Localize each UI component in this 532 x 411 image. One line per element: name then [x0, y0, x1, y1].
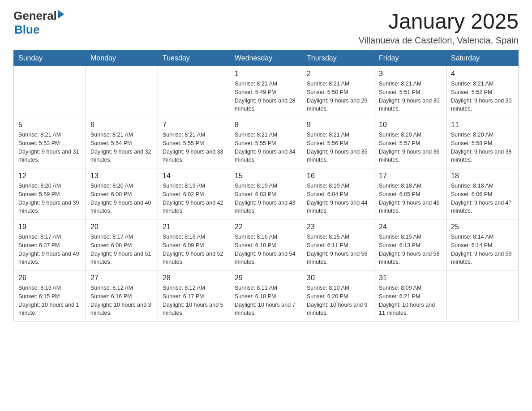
day-number: 8: [235, 121, 297, 129]
table-row: 26Sunrise: 8:13 AM Sunset: 6:15 PM Dayli…: [14, 270, 86, 321]
day-number: 17: [379, 172, 442, 180]
day-info: Sunrise: 8:16 AM Sunset: 6:10 PM Dayligh…: [235, 233, 297, 266]
day-number: 29: [235, 274, 297, 282]
day-number: 20: [90, 223, 153, 231]
day-info: Sunrise: 8:16 AM Sunset: 6:09 PM Dayligh…: [163, 233, 225, 266]
table-row: 24Sunrise: 8:15 AM Sunset: 6:13 PM Dayli…: [374, 219, 446, 270]
calendar-week-row: 19Sunrise: 8:17 AM Sunset: 6:07 PM Dayli…: [14, 219, 519, 270]
table-row: 27Sunrise: 8:12 AM Sunset: 6:16 PM Dayli…: [86, 270, 158, 321]
logo-general: General: [13, 9, 57, 23]
col-monday: Monday: [86, 51, 158, 66]
col-wednesday: Wednesday: [230, 51, 302, 66]
day-number: 23: [307, 223, 369, 231]
table-row: 20Sunrise: 8:17 AM Sunset: 6:08 PM Dayli…: [86, 219, 158, 270]
day-number: 13: [90, 172, 153, 180]
day-info: Sunrise: 8:19 AM Sunset: 6:04 PM Dayligh…: [307, 182, 369, 215]
day-info: Sunrise: 8:21 AM Sunset: 5:51 PM Dayligh…: [379, 80, 442, 113]
table-row: 1Sunrise: 8:21 AM Sunset: 5:49 PM Daylig…: [230, 66, 302, 117]
day-info: Sunrise: 8:21 AM Sunset: 5:54 PM Dayligh…: [90, 131, 153, 164]
calendar-header-row: Sunday Monday Tuesday Wednesday Thursday…: [14, 51, 519, 66]
table-row: 23Sunrise: 8:15 AM Sunset: 6:11 PM Dayli…: [302, 219, 374, 270]
table-row: 29Sunrise: 8:11 AM Sunset: 6:18 PM Dayli…: [230, 270, 302, 321]
calendar-title: January 2025: [359, 9, 519, 34]
table-row: 15Sunrise: 8:19 AM Sunset: 6:03 PM Dayli…: [230, 168, 302, 219]
table-row: 3Sunrise: 8:21 AM Sunset: 5:51 PM Daylig…: [374, 66, 446, 117]
calendar-week-row: 12Sunrise: 8:20 AM Sunset: 5:59 PM Dayli…: [14, 168, 519, 219]
day-info: Sunrise: 8:14 AM Sunset: 6:14 PM Dayligh…: [451, 233, 514, 266]
table-row: 11Sunrise: 8:20 AM Sunset: 5:58 PM Dayli…: [446, 117, 519, 168]
day-info: Sunrise: 8:12 AM Sunset: 6:16 PM Dayligh…: [90, 284, 153, 317]
day-info: Sunrise: 8:11 AM Sunset: 6:18 PM Dayligh…: [235, 284, 297, 317]
table-row: [14, 66, 86, 117]
calendar-table: Sunday Monday Tuesday Wednesday Thursday…: [13, 50, 519, 321]
table-row: 28Sunrise: 8:12 AM Sunset: 6:17 PM Dayli…: [158, 270, 230, 321]
day-number: 5: [18, 121, 81, 129]
logo-arrow-icon: [58, 10, 64, 19]
day-number: 6: [90, 121, 153, 129]
day-number: 14: [163, 172, 225, 180]
day-number: 30: [307, 274, 369, 282]
table-row: [446, 270, 519, 321]
day-info: Sunrise: 8:21 AM Sunset: 5:53 PM Dayligh…: [18, 131, 81, 164]
day-number: 19: [18, 223, 81, 231]
table-row: 2Sunrise: 8:21 AM Sunset: 5:50 PM Daylig…: [302, 66, 374, 117]
day-info: Sunrise: 8:15 AM Sunset: 6:13 PM Dayligh…: [379, 233, 442, 266]
day-number: 15: [235, 172, 297, 180]
day-number: 2: [307, 70, 369, 78]
table-row: 6Sunrise: 8:21 AM Sunset: 5:54 PM Daylig…: [86, 117, 158, 168]
calendar-week-row: 1Sunrise: 8:21 AM Sunset: 5:49 PM Daylig…: [14, 66, 519, 117]
day-info: Sunrise: 8:20 AM Sunset: 5:59 PM Dayligh…: [18, 182, 81, 215]
day-number: 22: [235, 223, 297, 231]
table-row: 12Sunrise: 8:20 AM Sunset: 5:59 PM Dayli…: [14, 168, 86, 219]
day-info: Sunrise: 8:09 AM Sunset: 6:21 PM Dayligh…: [379, 284, 442, 317]
col-thursday: Thursday: [302, 51, 374, 66]
table-row: 4Sunrise: 8:21 AM Sunset: 5:52 PM Daylig…: [446, 66, 519, 117]
col-friday: Friday: [374, 51, 446, 66]
table-row: 18Sunrise: 8:18 AM Sunset: 6:06 PM Dayli…: [446, 168, 519, 219]
day-number: 1: [235, 70, 297, 78]
day-info: Sunrise: 8:21 AM Sunset: 5:55 PM Dayligh…: [163, 131, 225, 164]
table-row: 21Sunrise: 8:16 AM Sunset: 6:09 PM Dayli…: [158, 219, 230, 270]
table-row: 17Sunrise: 8:18 AM Sunset: 6:05 PM Dayli…: [374, 168, 446, 219]
day-info: Sunrise: 8:21 AM Sunset: 5:52 PM Dayligh…: [451, 80, 514, 113]
day-number: 12: [18, 172, 81, 180]
day-number: 10: [379, 121, 442, 129]
day-number: 21: [163, 223, 225, 231]
col-tuesday: Tuesday: [158, 51, 230, 66]
day-number: 24: [379, 223, 442, 231]
day-number: 27: [90, 274, 153, 282]
logo-blue: Blue: [14, 23, 64, 37]
day-number: 28: [163, 274, 225, 282]
table-row: 8Sunrise: 8:21 AM Sunset: 5:55 PM Daylig…: [230, 117, 302, 168]
col-saturday: Saturday: [446, 51, 519, 66]
table-row: 5Sunrise: 8:21 AM Sunset: 5:53 PM Daylig…: [14, 117, 86, 168]
table-row: 7Sunrise: 8:21 AM Sunset: 5:55 PM Daylig…: [158, 117, 230, 168]
table-row: 19Sunrise: 8:17 AM Sunset: 6:07 PM Dayli…: [14, 219, 86, 270]
day-info: Sunrise: 8:17 AM Sunset: 6:07 PM Dayligh…: [18, 233, 81, 266]
table-row: 14Sunrise: 8:19 AM Sunset: 6:02 PM Dayli…: [158, 168, 230, 219]
table-row: [86, 66, 158, 117]
day-number: 3: [379, 70, 442, 78]
table-row: 25Sunrise: 8:14 AM Sunset: 6:14 PM Dayli…: [446, 219, 519, 270]
day-number: 16: [307, 172, 369, 180]
calendar-week-row: 5Sunrise: 8:21 AM Sunset: 5:53 PM Daylig…: [14, 117, 519, 168]
calendar-body: 1Sunrise: 8:21 AM Sunset: 5:49 PM Daylig…: [14, 66, 519, 321]
day-info: Sunrise: 8:21 AM Sunset: 5:56 PM Dayligh…: [307, 131, 369, 164]
day-info: Sunrise: 8:13 AM Sunset: 6:15 PM Dayligh…: [18, 284, 81, 317]
table-row: 31Sunrise: 8:09 AM Sunset: 6:21 PM Dayli…: [374, 270, 446, 321]
calendar-week-row: 26Sunrise: 8:13 AM Sunset: 6:15 PM Dayli…: [14, 270, 519, 321]
day-info: Sunrise: 8:20 AM Sunset: 5:58 PM Dayligh…: [451, 131, 514, 164]
table-row: [158, 66, 230, 117]
calendar-subtitle: Villanueva de Castellon, Valencia, Spain: [359, 35, 519, 46]
logo: General Blue: [13, 9, 64, 37]
day-info: Sunrise: 8:18 AM Sunset: 6:06 PM Dayligh…: [451, 182, 514, 215]
title-section: January 2025 Villanueva de Castellon, Va…: [359, 9, 519, 46]
day-info: Sunrise: 8:10 AM Sunset: 6:20 PM Dayligh…: [307, 284, 369, 317]
day-number: 11: [451, 121, 514, 129]
table-row: 30Sunrise: 8:10 AM Sunset: 6:20 PM Dayli…: [302, 270, 374, 321]
day-info: Sunrise: 8:15 AM Sunset: 6:11 PM Dayligh…: [307, 233, 369, 266]
table-row: 9Sunrise: 8:21 AM Sunset: 5:56 PM Daylig…: [302, 117, 374, 168]
day-info: Sunrise: 8:19 AM Sunset: 6:03 PM Dayligh…: [235, 182, 297, 215]
col-sunday: Sunday: [14, 51, 86, 66]
day-info: Sunrise: 8:21 AM Sunset: 5:55 PM Dayligh…: [235, 131, 297, 164]
